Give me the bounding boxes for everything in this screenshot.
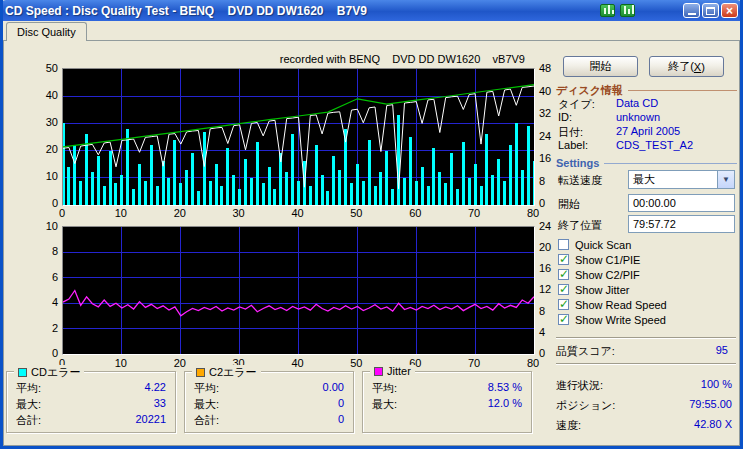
checkbox-show-c2-pif[interactable]: Show C2/PIF — [558, 268, 640, 281]
save-chart-icon[interactable] — [620, 4, 635, 17]
start-pos-input[interactable]: 00:00.00 — [628, 194, 735, 212]
start-pos-label: 開始 — [558, 197, 580, 212]
checkbox-box[interactable] — [558, 284, 569, 295]
tick-label: 4 — [52, 296, 58, 309]
titlebar[interactable]: CD Speed : Disc Quality Test - BENQ DVD … — [0, 0, 743, 21]
c2-error-swatch — [196, 368, 205, 377]
legend-c2-errors-title: C2エラー — [192, 365, 261, 380]
minimize-button[interactable] — [683, 3, 700, 18]
exit-button[interactable]: 終了(X) — [649, 56, 724, 77]
total-label: 合計: — [16, 413, 41, 428]
checkbox-quick-scan[interactable]: Quick Scan — [558, 238, 631, 251]
tick-label: 2 — [52, 322, 58, 335]
start-button[interactable]: 開始 — [563, 56, 638, 77]
tick-label: 40 — [46, 89, 58, 102]
legend-jitter-title: Jitter — [370, 365, 415, 377]
tick-label: 16 — [539, 262, 551, 275]
recorded-with-text: recorded with BENQ DVD DD DW1620 vB7V9 — [62, 53, 533, 65]
tab-label: Disc Quality — [17, 26, 76, 38]
tick-label: 40 — [539, 85, 551, 98]
checkbox-box[interactable] — [558, 269, 569, 280]
tick-label: 50 — [345, 357, 367, 369]
tick-label: 8 — [52, 245, 58, 258]
quality-score-label: 品質スコア: — [556, 344, 615, 359]
tick-label: 10 — [110, 357, 132, 369]
window-title: CD Speed : Disc Quality Test - BENQ DVD … — [0, 4, 367, 18]
checkbox-box[interactable] — [558, 299, 569, 310]
speed-select-value: 最大 — [629, 172, 717, 187]
legend-c2-errors: C2エラー 平均:0.00 最大:0 合計:0 — [184, 371, 354, 433]
legend-label: C2エラー — [209, 365, 257, 380]
tab-disc-quality[interactable]: Disc Quality — [6, 22, 87, 41]
quality-score-row: 品質スコア: 95 — [556, 344, 728, 359]
speed-row: 速度:42.80 X — [556, 418, 732, 433]
tick-label: 10 — [46, 170, 58, 183]
avg-value: 4.22 — [145, 381, 166, 396]
checkbox-box[interactable] — [558, 254, 569, 265]
tick-label: 20 — [539, 241, 551, 254]
tick-label: 48 — [539, 62, 551, 75]
chevron-down-icon[interactable]: ▼ — [717, 171, 734, 188]
tick-label: 40 — [287, 357, 309, 369]
quality-chart — [63, 69, 534, 205]
total-value: 0 — [338, 413, 344, 428]
tick-label: 32 — [539, 107, 551, 120]
tick-label: 0 — [51, 207, 73, 219]
checkbox-show-c1-pie[interactable]: Show C1/PIE — [558, 253, 640, 266]
tick-label: 24 — [539, 220, 551, 233]
jitter-swatch — [374, 367, 383, 376]
top-chart-left-axis: 50403020100 — [28, 62, 58, 210]
tick-label: 4 — [539, 326, 545, 339]
cd-error-swatch — [18, 368, 27, 377]
end-pos-label: 終了位置 — [558, 218, 602, 233]
position-row: ポジション:79:55.00 — [556, 398, 732, 413]
progress-row: 進行状況:100 % — [556, 378, 732, 393]
app-window: CD Speed : Disc Quality Test - BENQ DVD … — [0, 0, 743, 449]
legend-cd-errors-title: CDエラー — [14, 365, 84, 380]
legend-label: CDエラー — [31, 365, 80, 380]
tick-label: 50 — [345, 207, 367, 219]
disc-date-row: 日付:27 April 2005 — [558, 125, 734, 140]
avg-value: 0.00 — [323, 381, 344, 396]
tick-label: 70 — [463, 207, 485, 219]
checkbox-show-write-speed[interactable]: Show Write Speed — [558, 313, 666, 326]
max-label: 最大: — [372, 397, 397, 412]
max-label: 最大: — [194, 397, 219, 412]
avg-label: 平均: — [16, 381, 41, 396]
bottom-chart-x-axis: 01020304050607080 — [51, 357, 544, 369]
max-value: 0 — [338, 397, 344, 412]
disc-label-row: Label:CDS_TEST_A2 — [558, 139, 734, 151]
checkbox-box[interactable] — [558, 239, 569, 250]
close-button[interactable]: × — [721, 3, 738, 18]
divider — [556, 337, 736, 339]
tick-label: 12 — [539, 283, 551, 296]
total-label: 合計: — [194, 413, 219, 428]
end-pos-input[interactable]: 79:57.72 — [628, 215, 735, 233]
settings-header: Settings — [556, 157, 737, 169]
tick-label: 6 — [52, 271, 58, 284]
tick-label: 60 — [404, 207, 426, 219]
checkbox-show-jitter[interactable]: Show Jitter — [558, 283, 629, 296]
tick-label: 30 — [228, 207, 250, 219]
disc-id-row: ID:unknown — [558, 111, 734, 123]
tick-label: 20 — [46, 143, 58, 156]
avg-label: 平均: — [372, 381, 397, 396]
disc-info-header: ディスク情報 — [556, 83, 737, 98]
legend-label: Jitter — [387, 365, 411, 377]
speed-select[interactable]: 最大 ▼ — [628, 170, 735, 189]
quality-chart-plot — [62, 68, 535, 206]
tick-label: 20 — [169, 207, 191, 219]
graph-export-icon[interactable] — [600, 4, 615, 17]
checkbox-show-read-speed[interactable]: Show Read Speed — [558, 298, 667, 311]
tick-label: 40 — [287, 207, 309, 219]
tick-label: 10 — [110, 207, 132, 219]
jitter-chart-plot — [62, 226, 535, 355]
tick-label: 20 — [169, 357, 191, 369]
legend-cd-errors: CDエラー 平均:4.22 最大:33 合計:20221 — [6, 371, 176, 433]
quality-score-value: 95 — [716, 344, 728, 359]
tick-label: 70 — [463, 357, 485, 369]
tick-label: 80 — [522, 207, 544, 219]
checkbox-box[interactable] — [558, 314, 569, 325]
maximize-button[interactable] — [702, 3, 719, 18]
tick-label: 80 — [522, 357, 544, 369]
